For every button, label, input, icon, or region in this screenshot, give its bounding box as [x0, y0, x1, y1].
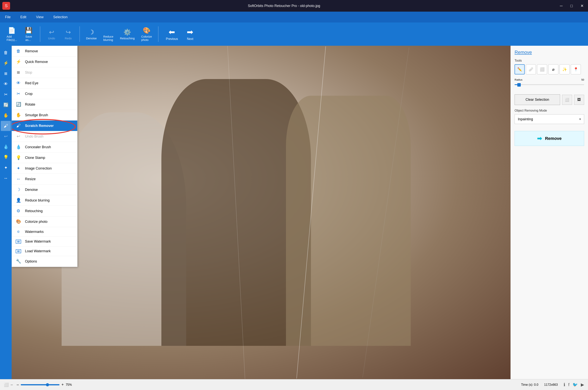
menu-item-stop[interactable]: ⏹ Stop — [12, 67, 77, 78]
undo-button[interactable]: ↩ Undo — [44, 27, 59, 42]
clear-selection-button[interactable]: Clear Selection — [515, 94, 560, 105]
menu-item-options[interactable]: 🔧 Options — [12, 256, 77, 267]
menu-item-colorize[interactable]: 🎨 Colorize photo — [12, 216, 77, 227]
stop-menu-icon: ⏹ — [16, 70, 21, 75]
smudge-icon: ✋ — [16, 113, 21, 118]
sidebar-smudge-icon[interactable]: ✋ — [1, 110, 11, 120]
status-zoom-fit-icon[interactable]: – — [11, 383, 13, 387]
edit-tools: ☽ Denoise 👤 Reduceblurring ⚙️ Retouching… — [83, 25, 155, 43]
menu-item-correction[interactable]: ✦ Image Correction — [12, 163, 77, 174]
red-eye-icon: 👁 — [16, 81, 21, 86]
resize-label: Resize — [25, 177, 36, 181]
next-button[interactable]: ➡ Next — [183, 26, 197, 42]
menu-item-crop[interactable]: ✂ Crop — [12, 89, 77, 99]
sidebar-correction-icon[interactable]: ✦ — [1, 163, 11, 173]
sidebar-resize-icon[interactable]: ↔ — [1, 173, 11, 183]
menu-item-scratch-remover[interactable]: 🖌 Scratch Remover — [12, 120, 77, 131]
retouching-button[interactable]: ⚙️ Retouching — [117, 27, 137, 42]
sidebar-remove-icon[interactable]: 🗑 — [1, 48, 11, 58]
menu-item-undo-brush[interactable]: ↩ Undo Brush — [12, 131, 77, 142]
sidebar-scratch-icon[interactable]: 🖌 — [1, 121, 11, 131]
menu-item-quick-remove[interactable]: ⚡ Quick Remove — [12, 56, 77, 67]
pencil-tool[interactable]: ✏️ — [515, 64, 525, 74]
redo-icon: ↪ — [66, 29, 71, 36]
right-panel: Remove Tools ✏️ 🩹 ⬜ ⌀ ✨ 📍 Radius 50 — [510, 46, 588, 379]
remove-menu-label: Remove — [25, 49, 38, 53]
previous-button[interactable]: ⬅ Previous — [162, 26, 182, 42]
title-bar-controls: ─ □ ✕ — [558, 3, 586, 9]
time-label: Time (s): 0.0 — [521, 383, 538, 387]
menu-selection[interactable]: Selection — [51, 14, 70, 20]
menu-item-denoise[interactable]: ☽ Denoise — [12, 185, 77, 195]
close-button[interactable]: ✕ — [579, 3, 586, 9]
colorize-photo-button[interactable]: 🎨 Colorizephoto — [139, 25, 155, 43]
file-tools: 📄 AddFile(s)... 💾 Saveas... — [4, 25, 36, 43]
menu-item-remove[interactable]: 🗑 Remove — [12, 46, 77, 56]
menu-item-save-watermark[interactable]: W Save Watermark — [12, 237, 77, 246]
zoom-level: 75% — [66, 383, 72, 387]
sidebar-concealer-icon[interactable]: 💧 — [1, 142, 11, 152]
sidebar-quick-remove-icon[interactable]: ⚡ — [1, 58, 11, 68]
facebook-icon[interactable]: f — [568, 382, 569, 387]
menu-item-smudge[interactable]: ✋ Smudge Brush — [12, 110, 77, 120]
redo-button[interactable]: ↪ Redo — [60, 27, 76, 42]
mode-select[interactable]: Inpainting Content-Aware Fill Smart Fill — [515, 114, 584, 124]
add-files-button[interactable]: 📄 AddFile(s)... — [4, 25, 20, 43]
retouching-icon: ⚙️ — [123, 29, 131, 36]
twitter-icon[interactable]: 🐦 — [573, 382, 578, 387]
menu-edit[interactable]: Edit — [18, 14, 28, 20]
menu-item-watermarks[interactable]: © Watermarks — [12, 227, 77, 237]
denoise-icon: ☽ — [89, 29, 94, 36]
radius-slider[interactable] — [515, 83, 584, 87]
save-selection-button[interactable]: 🖼 — [574, 95, 584, 105]
menu-item-clone[interactable]: 💡 Clone Stamp — [12, 152, 77, 163]
reduce-blurring-button[interactable]: 👤 Reduceblurring — [100, 25, 116, 43]
rect-selection-tool[interactable]: ⬜ — [537, 64, 547, 74]
sidebar-clone-icon[interactable]: 💡 — [1, 152, 11, 162]
options-icon: 🔧 — [16, 259, 21, 264]
zoom-minus-icon[interactable]: – — [17, 383, 19, 387]
menu-item-red-eye[interactable]: 👁 Red Eye — [12, 78, 77, 89]
menu-item-retouching[interactable]: ⚙ Retouching — [12, 206, 77, 216]
colorize-menu-label: Colorize photo — [25, 220, 48, 224]
zoom-slider[interactable] — [21, 384, 59, 385]
menu-view[interactable]: View — [34, 14, 46, 20]
separator-2 — [79, 26, 80, 42]
dimensions-value: 1172x663 — [544, 383, 558, 387]
undo-brush-label: Undo Brush — [25, 135, 43, 139]
menu-item-resize[interactable]: ↔ Resize — [12, 174, 77, 185]
zoom-plus-icon[interactable]: + — [61, 383, 64, 387]
eraser-tool[interactable]: 🩹 — [526, 64, 536, 74]
sidebar-crop-icon[interactable]: ✂ — [1, 90, 11, 99]
sidebar-rotate-icon[interactable]: 🔄 — [1, 100, 11, 110]
sidebar-stop-icon[interactable]: ⏹ — [1, 69, 11, 79]
stamp-tool[interactable]: 📍 — [571, 64, 581, 74]
load-selection-button[interactable]: ⬜ — [562, 95, 572, 105]
play-icon[interactable]: ▶ — [581, 382, 584, 387]
maximize-button[interactable]: □ — [568, 3, 575, 9]
tools-section: Tools ✏️ 🩹 ⬜ ⌀ ✨ 📍 — [515, 59, 584, 74]
zoom-slider-thumb[interactable] — [46, 383, 49, 386]
mode-section: Object Removing Mode Inpainting Content-… — [515, 109, 584, 127]
save-as-button[interactable]: 💾 Saveas... — [21, 25, 36, 43]
menu-item-concealer[interactable]: 💧 Concealer Brush — [12, 142, 77, 152]
menu-item-load-watermark[interactable]: W Load Watermark — [12, 246, 77, 256]
save-watermark-label: Save Watermark — [25, 240, 51, 244]
menu-file[interactable]: File — [3, 14, 13, 20]
menu-item-reduce-blurring[interactable]: 👤 Reduce blurring — [12, 195, 77, 206]
menu-item-rotate[interactable]: 🔄 Rotate — [12, 99, 77, 110]
canvas-area[interactable]: 🗑 Remove ⚡ Quick Remove ⏹ Stop 👁 Red Eye… — [12, 46, 510, 379]
mode-label: Object Removing Mode — [515, 109, 584, 112]
slider-thumb[interactable] — [517, 83, 521, 87]
remove-button[interactable]: ➡ Remove — [515, 131, 584, 146]
denoise-button[interactable]: ☽ Denoise — [83, 27, 99, 42]
magic-wand-tool[interactable]: ✨ — [559, 64, 570, 74]
quick-remove-icon: ⚡ — [16, 59, 21, 64]
status-select-icon[interactable]: ⬜ — [4, 383, 9, 387]
lasso-tool[interactable]: ⌀ — [548, 64, 558, 74]
remove-button-label: Remove — [545, 136, 562, 141]
sidebar-red-eye-icon[interactable]: 👁 — [1, 79, 11, 89]
sidebar-undo-brush-icon[interactable]: ↩ — [1, 131, 11, 142]
info-icon[interactable]: ℹ — [564, 382, 565, 387]
minimize-button[interactable]: ─ — [558, 3, 565, 9]
